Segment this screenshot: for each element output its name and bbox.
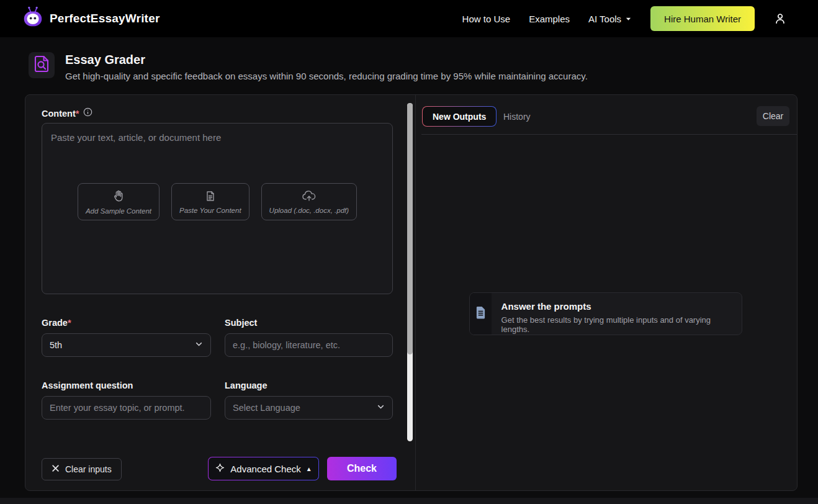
content-label: Content* [42, 109, 79, 119]
content-label-row: Content* [42, 107, 92, 119]
robot-logo-icon [22, 6, 43, 32]
advanced-check-inner: Advanced Check ▲ [209, 457, 318, 480]
subject-label: Subject [225, 318, 393, 328]
upload-document-button[interactable]: Upload (.doc, .docx, .pdf) [261, 183, 357, 220]
tool-icon-box [29, 52, 55, 78]
language-select[interactable]: Select Language [225, 396, 393, 420]
language-label: Language [225, 380, 393, 390]
assignment-field-group: Assignment question [42, 380, 211, 420]
navbar-links: How to Use Examples AI Tools Hire Human … [462, 6, 787, 31]
clear-inputs-label: Clear inputs [65, 464, 112, 474]
tab-new-outputs[interactable]: New Outputs [422, 106, 497, 127]
content-placeholder: Paste your text, article, or document he… [51, 132, 221, 143]
language-field-group: Language Select Language [225, 380, 393, 420]
form-scrollbar-track[interactable] [407, 103, 413, 441]
tool-card: Content* Paste your text, article, or do… [25, 94, 798, 491]
check-button[interactable]: Check [327, 457, 397, 480]
page-title: Essay Grader [65, 53, 588, 67]
nav-dropdown-ai-tools[interactable]: AI Tools [588, 14, 632, 24]
grade-required-asterisk: * [68, 318, 71, 328]
top-navbar: PerfectEssayWriter How to Use Examples A… [0, 0, 818, 37]
clear-outputs-button[interactable]: Clear [757, 106, 789, 126]
page: PerfectEssayWriter How to Use Examples A… [0, 0, 818, 504]
essay-grader-icon [34, 55, 50, 76]
hire-human-writer-button[interactable]: Hire Human Writer [650, 6, 755, 31]
panel-divider [415, 95, 416, 490]
required-asterisk: * [76, 109, 79, 119]
user-account-icon[interactable] [773, 12, 787, 25]
paste-your-content-label: Paste Your Content [179, 207, 241, 214]
form-scrollbar-thumb[interactable] [407, 103, 413, 354]
advanced-check-label: Advanced Check [230, 464, 300, 474]
empty-state-title: Answer the prompts [501, 301, 732, 312]
subject-input[interactable] [225, 333, 393, 357]
clear-inputs-button[interactable]: Clear inputs [42, 458, 122, 480]
subject-field-group: Subject [225, 318, 393, 357]
add-sample-content-label: Add Sample Content [86, 207, 151, 215]
tab-new-outputs-inner: New Outputs [423, 107, 496, 126]
grade-select[interactable]: 5th [42, 333, 211, 357]
grade-selected-value: 5th [50, 340, 195, 350]
assignment-question-input[interactable] [42, 396, 211, 420]
grade-label: Grade* [42, 318, 211, 328]
empty-state-description: Get the best results by trying multiple … [501, 315, 732, 334]
brand-logo[interactable]: PerfectEssayWriter [22, 6, 160, 32]
advanced-check-button[interactable]: Advanced Check ▲ [208, 457, 319, 480]
close-x-icon [52, 464, 60, 474]
tab-history[interactable]: History [503, 112, 531, 122]
page-header: Essay Grader Get high-quality and specif… [29, 52, 588, 81]
paste-your-content-button[interactable]: Paste Your Content [171, 183, 249, 220]
language-placeholder: Select Language [233, 403, 377, 413]
ai-tools-label: AI Tools [588, 14, 621, 24]
outputs-empty-state: Answer the prompts Get the best results … [469, 292, 742, 335]
upload-cloud-icon [302, 190, 316, 204]
empty-state-text: Answer the prompts Get the best results … [492, 293, 742, 335]
chevron-down-icon [195, 340, 203, 351]
waving-hand-icon [112, 189, 125, 205]
nav-link-how-to-use[interactable]: How to Use [462, 14, 511, 24]
upload-document-label: Upload (.doc, .docx, .pdf) [269, 207, 349, 214]
tabs-separator [421, 134, 797, 135]
form-actions: Clear inputs Advanced Check ▲ Check [25, 457, 415, 482]
chevron-down-icon [625, 14, 632, 24]
sparkle-icon [215, 462, 225, 475]
add-sample-content-button[interactable]: Add Sample Content [78, 183, 160, 220]
paste-document-icon [204, 190, 217, 204]
info-icon[interactable] [83, 107, 92, 119]
page-subtitle: Get high-quality and specific feedback o… [65, 71, 588, 81]
page-header-text: Essay Grader Get high-quality and specif… [65, 52, 588, 81]
chevron-down-icon [377, 402, 385, 413]
brand-name: PerfectEssayWriter [50, 12, 160, 25]
grade-field-group: Grade* 5th [42, 318, 211, 357]
content-textarea[interactable]: Paste your text, article, or document he… [42, 123, 393, 294]
sample-content-buttons: Add Sample Content Paste Your Content [42, 183, 392, 220]
empty-state-icon-strip [470, 293, 492, 335]
caret-up-icon: ▲ [306, 466, 312, 472]
grade-label-text: Grade [42, 318, 68, 328]
assignment-question-label: Assignment question [42, 380, 211, 390]
nav-link-examples[interactable]: Examples [529, 14, 570, 24]
content-label-text: Content [42, 109, 76, 119]
document-file-icon [475, 306, 486, 322]
footer-strip [0, 498, 818, 504]
